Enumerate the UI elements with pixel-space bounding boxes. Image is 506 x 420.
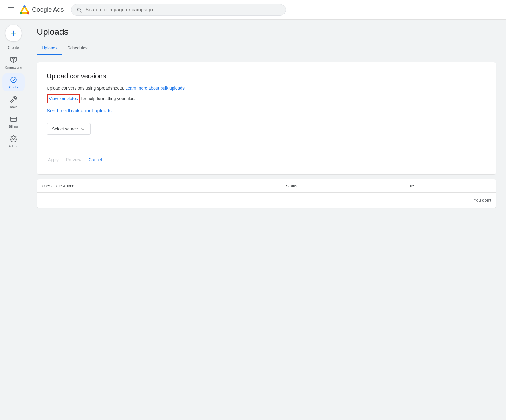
chevron-down-icon (80, 126, 85, 131)
campaigns-label: Campaigns (5, 66, 22, 69)
search-input[interactable] (85, 7, 281, 13)
logo-container: Google Ads (20, 5, 64, 15)
upload-conversions-card: Upload conversions Upload conversions us… (37, 62, 496, 174)
uploads-table: User / Date & time Status File You don't (37, 179, 496, 208)
card-title: Upload conversions (47, 72, 486, 80)
tab-uploads[interactable]: Uploads (37, 42, 62, 55)
action-buttons: Apply Preview Cancel (47, 150, 486, 165)
plus-icon (10, 29, 17, 37)
table-empty-row: You don't (37, 193, 496, 208)
admin-label: Admin (9, 144, 18, 148)
svg-rect-7 (10, 117, 17, 121)
learn-more-link[interactable]: Learn more about bulk uploads (125, 86, 185, 91)
main-content: Uploads Uploads Schedules Upload convers… (27, 20, 506, 420)
select-source-dropdown[interactable]: Select source (47, 123, 91, 135)
svg-point-2 (20, 12, 22, 14)
billing-label: Billing (9, 125, 18, 128)
menu-icon[interactable] (5, 4, 17, 16)
page-title: Uploads (37, 27, 496, 37)
table-header-row: User / Date & time Status File (37, 179, 496, 193)
svg-point-6 (11, 77, 16, 83)
table-col-file: File (403, 179, 496, 193)
send-feedback-link[interactable]: Send feedback about uploads (47, 108, 112, 113)
tab-schedules[interactable]: Schedules (62, 42, 92, 55)
sidebar-item-campaigns[interactable]: Campaigns (2, 53, 25, 72)
campaigns-icon (9, 56, 18, 64)
goals-icon (9, 76, 18, 84)
create-label: Create (8, 45, 19, 50)
apply-button: Apply (47, 155, 60, 165)
view-templates-link[interactable]: View templates (47, 94, 80, 103)
svg-point-1 (23, 5, 26, 7)
goals-label: Goals (9, 85, 18, 89)
tools-label: Tools (10, 105, 18, 109)
search-icon (76, 7, 82, 13)
sidebar: Create Campaigns Goals (0, 20, 27, 420)
card-description: Upload conversions using spreadsheets. L… (47, 85, 486, 91)
preview-button: Preview (65, 155, 83, 165)
tools-icon (9, 95, 18, 104)
table-col-user-date: User / Date & time (37, 179, 281, 193)
table-empty-text: You don't (37, 193, 496, 208)
sidebar-item-tools[interactable]: Tools (2, 93, 25, 111)
sidebar-item-billing[interactable]: Billing (2, 112, 25, 131)
create-button[interactable] (5, 25, 22, 42)
cancel-button[interactable]: Cancel (88, 155, 103, 165)
main-layout: Create Campaigns Goals (0, 20, 506, 420)
sidebar-item-goals[interactable]: Goals (2, 73, 25, 91)
card-links: Upload conversions using spreadsheets. L… (47, 85, 486, 116)
uploads-table-container: User / Date & time Status File You don't (37, 179, 496, 208)
logo-text: Google Ads (32, 6, 64, 13)
billing-icon (9, 115, 18, 123)
table-col-status: Status (281, 179, 403, 193)
description-text: Upload conversions using spreadsheets. (47, 86, 124, 91)
view-templates-line: View templates for help formatting your … (47, 94, 486, 103)
search-bar[interactable] (71, 4, 286, 16)
select-source-label: Select source (52, 126, 78, 131)
svg-point-3 (27, 12, 29, 14)
svg-point-9 (13, 138, 14, 140)
description-after-text: for help formatting your files. (81, 96, 136, 101)
google-ads-logo-icon (20, 5, 29, 15)
header: Google Ads (0, 0, 506, 20)
sidebar-item-admin[interactable]: Admin (2, 132, 25, 150)
admin-icon (9, 134, 18, 143)
tabs-container: Uploads Schedules (37, 42, 496, 55)
